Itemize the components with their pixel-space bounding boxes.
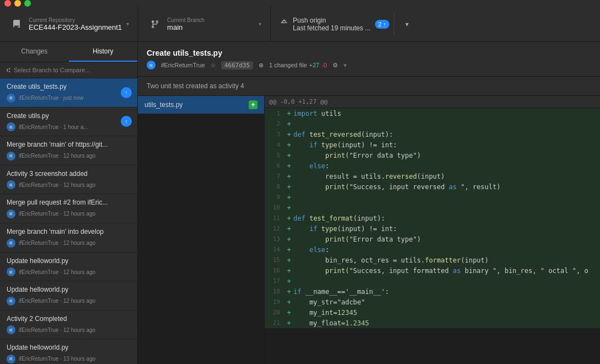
commit-author: ifEricReturnTrue · 12 hours ago	[19, 182, 95, 188]
line-number: 13	[265, 234, 285, 244]
commit-item[interactable]: Update helloworld.pyiEifEricReturnTrue ·…	[0, 281, 137, 311]
commit-title: Merge branch 'main' of https://git...	[7, 141, 131, 149]
line-number: 6	[265, 160, 285, 171]
line-content: my_float=1.2345	[293, 318, 600, 328]
commit-meta: iEifEricReturnTrue · 12 hours ago	[7, 210, 131, 218]
repo-section[interactable]: Current Repository ECE444-F2023-Assignme…	[0, 7, 138, 41]
line-sign: +	[285, 307, 293, 318]
line-content: result = utils.reversed(input)	[293, 171, 600, 181]
line-number: 15	[265, 255, 285, 265]
diff-line: 8+ print("Success, input reversed as ", …	[265, 181, 600, 192]
push-sublabel: Last fetched 19 minutes ...	[293, 24, 371, 32]
line-number: 14	[265, 244, 285, 255]
commit-message: Two unit test created as activity 4	[138, 77, 600, 96]
commit-meta: iEifEricReturnTrue · 12 hours ago	[7, 152, 131, 160]
minimize-button[interactable]	[14, 0, 21, 7]
diff-line: 11+def test_format(input):	[265, 213, 600, 223]
branch-compare[interactable]: ⑆ Select Branch to Compare...	[0, 62, 137, 78]
line-number: 4	[265, 140, 285, 150]
line-sign: +	[285, 318, 293, 328]
avatar: iE	[7, 122, 15, 131]
line-sign: +	[285, 181, 293, 192]
commit-title: Merge pull request #2 from ifEric...	[7, 199, 131, 207]
commit-meta-bar: iE ifEricReturnTrue ⊕ 4667d35 ⊕ 1 change…	[147, 61, 591, 69]
commit-title: Update helloworld.py	[7, 344, 131, 352]
line-sign: +	[285, 255, 293, 265]
line-number: 9	[265, 192, 285, 202]
commit-item[interactable]: Merge pull request #2 from ifEric...iEif…	[0, 194, 137, 223]
file-item[interactable]: utils_tests.py +	[138, 96, 264, 114]
commit-item[interactable]: Create utils.pyiEifEricReturnTrue · 1 ho…	[0, 108, 137, 137]
close-button[interactable]	[4, 0, 11, 7]
commit-title: Create utils_tests.py	[7, 83, 131, 92]
author-avatar: iE	[147, 61, 156, 69]
branch-compare-label: Select Branch to Compare...	[14, 67, 90, 73]
push-dropdown[interactable]: ▾	[399, 20, 415, 28]
repo-chevron: ▾	[126, 21, 129, 27]
commit-hash: 4667d35	[221, 61, 253, 69]
commit-meta: iEifEricReturnTrue · just now	[7, 94, 131, 103]
commit-item[interactable]: Activity 3 screenshot addediEifEricRetur…	[0, 165, 137, 195]
diff-line: 6+ else:	[265, 160, 600, 171]
commit-meta: iEifEricReturnTrue · 12 hours ago	[7, 239, 131, 248]
push-label: Push origin	[293, 17, 371, 24]
tab-history[interactable]: History	[69, 42, 138, 62]
commit-author: ifEricReturnTrue · 12 hours ago	[19, 327, 95, 333]
push-icon	[280, 19, 288, 29]
commit-item[interactable]: Update helloworld.pyiEifEricReturnTrue ·…	[0, 339, 137, 364]
commit-item[interactable]: Create utils_tests.pyiEifEricReturnTrue …	[0, 78, 137, 108]
avatar: iE	[7, 152, 15, 160]
avatar: iE	[7, 180, 15, 189]
commit-title: Activity 3 screenshot added	[7, 170, 131, 179]
commit-item[interactable]: Update helloworld.pyiEifEricReturnTrue ·…	[0, 253, 137, 282]
diff-line: 20+ my_int=12345	[265, 307, 600, 318]
line-content: if type(input) != int:	[293, 223, 600, 234]
right-panel: Create utils_tests.py iE ifEricReturnTru…	[138, 42, 600, 364]
line-number: 7	[265, 171, 285, 181]
avatar: iE	[7, 355, 15, 363]
titlebar	[0, 0, 600, 7]
push-divider	[394, 13, 394, 35]
commit-item[interactable]: Merge branch 'main' of https://git...iEi…	[0, 136, 137, 165]
diff-line: 10+	[265, 202, 600, 213]
line-number: 19	[265, 297, 285, 307]
branch-section[interactable]: Current Branch main ▾	[138, 7, 271, 41]
tab-changes[interactable]: Changes	[0, 42, 69, 62]
diff-area: utils_tests.py + @@ -0,0 +1,27 @@ 1+impo…	[138, 96, 600, 364]
push-section[interactable]: Push origin Last fetched 19 minutes ... …	[271, 7, 600, 41]
commit-title: Merge branch 'main' into develop	[7, 228, 131, 237]
commit-item[interactable]: Activity 2 CompletediEifEricReturnTrue ·…	[0, 311, 137, 340]
line-content: my_str="adcbe"	[293, 297, 600, 307]
diff-line: 7+ result = utils.reversed(input)	[265, 171, 600, 181]
diff-settings-chevron[interactable]: ▾	[344, 62, 347, 69]
avatar: iE	[7, 297, 15, 306]
line-content: print("Error data type")	[293, 234, 600, 244]
maximize-button[interactable]	[24, 0, 31, 7]
sidebar-tabs: Changes History	[0, 42, 137, 62]
commit-header-title: Create utils_tests.py	[147, 49, 591, 57]
line-sign: +	[285, 160, 293, 171]
diff-line: 16+ print("Success, input formatted as b…	[265, 265, 600, 276]
commit-title: Create utils.py	[7, 112, 131, 121]
line-content: import utils	[293, 108, 600, 119]
commit-item[interactable]: Merge branch 'main' into developiEifEric…	[0, 223, 137, 253]
line-content: print("Success, input formatted as binar…	[293, 265, 600, 276]
line-sign: +	[285, 108, 293, 119]
commit-meta: iEifEricReturnTrue · 12 hours ago	[7, 267, 131, 276]
line-content: print("Error data type")	[293, 150, 600, 160]
commit-meta: iEifEricReturnTrue · 12 hours ago	[7, 325, 131, 334]
line-content: else:	[293, 244, 600, 255]
avatar: iE	[7, 239, 15, 248]
diff-line: 21+ my_float=1.2345	[265, 318, 600, 328]
diff-settings-icon[interactable]: ⚙	[333, 62, 338, 69]
commit-title: Activity 2 Completed	[7, 315, 131, 324]
line-content: def test_reversed(input):	[293, 129, 600, 140]
diff-line: 14+ else:	[265, 244, 600, 255]
commit-author: ifEricReturnTrue	[161, 62, 205, 68]
commit-meta: iEifEricReturnTrue · 13 hours ago	[7, 355, 131, 363]
branch-icon	[147, 17, 163, 32]
line-number: 11	[265, 213, 285, 223]
code-diff[interactable]: @@ -0,0 +1,27 @@ 1+import utils2+3+def t…	[265, 96, 600, 364]
commit-meta: iEifEricReturnTrue · 12 hours ago	[7, 180, 131, 189]
commit-meta: iEifEricReturnTrue · 12 hours ago	[7, 297, 131, 306]
